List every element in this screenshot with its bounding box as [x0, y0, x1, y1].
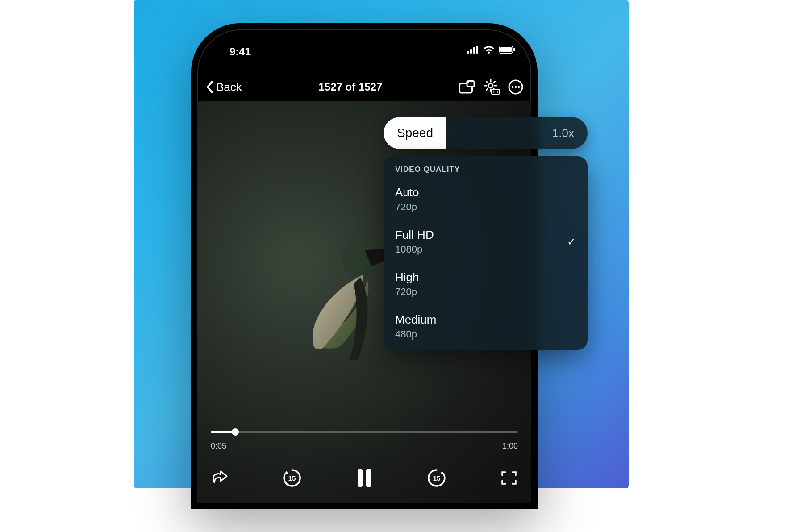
svg-rect-26: [366, 469, 371, 487]
svg-point-22: [515, 86, 517, 88]
wifi-icon: [483, 46, 495, 54]
backdrop: 9:41 Back 1527 of 1527: [134, 0, 629, 488]
svg-line-16: [494, 82, 495, 83]
duration: 1:00: [502, 441, 518, 451]
speed-label-chip: Speed: [384, 117, 446, 149]
back-label: Back: [216, 80, 242, 94]
video-quality-menu: VIDEO QUALITY Auto720pFull HD1080p✓High7…: [384, 156, 588, 350]
page-counter: 1527 of 1527: [319, 81, 383, 93]
quality-option-sub: 480p: [395, 328, 436, 340]
share-icon: [211, 469, 229, 487]
scrubber-track: [211, 431, 518, 433]
quality-option-title: Full HD: [395, 228, 434, 242]
check-icon: ✓: [567, 236, 576, 248]
svg-point-9: [488, 83, 493, 88]
quality-option-auto[interactable]: Auto720p: [384, 180, 588, 223]
quality-option-title: Medium: [395, 313, 436, 327]
scrubber-thumb[interactable]: [232, 428, 239, 436]
status-indicators: [467, 46, 515, 54]
svg-point-21: [512, 86, 514, 88]
svg-line-17: [487, 89, 488, 90]
battery-icon: [499, 46, 515, 54]
quality-option-title: High: [395, 270, 419, 284]
skip-forward-button[interactable]: 15: [426, 467, 447, 489]
svg-text:15: 15: [433, 474, 441, 482]
svg-text:15: 15: [288, 474, 296, 482]
video-quality-header: VIDEO QUALITY: [384, 156, 588, 180]
pause-button[interactable]: [355, 468, 373, 488]
svg-line-14: [487, 82, 488, 83]
svg-rect-25: [358, 469, 363, 487]
nav-bar: Back 1527 of 1527 HD: [197, 73, 531, 101]
quality-option-sub: 720p: [395, 286, 419, 298]
status-time: 9:41: [229, 46, 251, 58]
svg-text:HD: HD: [493, 90, 498, 94]
quality-option-sub: 1080p: [395, 244, 434, 255]
skip-forward-15-icon: 15: [426, 467, 447, 489]
pause-icon: [355, 468, 373, 488]
svg-rect-3: [476, 46, 478, 54]
speed-value: 1.0x: [552, 126, 588, 140]
time-labels: 0:05 1:00: [211, 441, 518, 451]
skip-back-15-icon: 15: [281, 467, 303, 489]
pip-button[interactable]: [459, 80, 475, 94]
svg-rect-6: [513, 48, 515, 51]
more-button[interactable]: [508, 79, 523, 95]
dynamic-island: [322, 38, 407, 60]
speed-control[interactable]: Speed 1.0x: [384, 117, 588, 149]
svg-rect-2: [473, 47, 475, 54]
quality-option-medium[interactable]: Medium480p: [384, 308, 588, 350]
cellular-icon: [467, 46, 479, 54]
quality-option-sub: 720p: [395, 201, 419, 213]
back-button[interactable]: Back: [205, 80, 242, 94]
quality-option-title: Auto: [395, 186, 419, 200]
current-time: 0:05: [211, 441, 226, 451]
fullscreen-icon: [500, 469, 518, 487]
chevron-left-icon: [205, 80, 214, 94]
svg-point-23: [518, 86, 520, 88]
scrubber[interactable]: [211, 428, 518, 436]
skip-back-button[interactable]: 15: [281, 467, 303, 489]
share-button[interactable]: [211, 469, 229, 487]
quality-option-full-hd[interactable]: Full HD1080p✓: [384, 223, 588, 265]
settings-quality-button[interactable]: HD: [483, 79, 500, 95]
more-icon: [508, 79, 523, 95]
svg-rect-1: [470, 49, 472, 54]
gear-hd-icon: HD: [483, 79, 500, 95]
quality-option-high[interactable]: High720p: [384, 265, 588, 308]
svg-rect-5: [500, 47, 512, 52]
fullscreen-button[interactable]: [500, 469, 518, 487]
pip-icon: [459, 80, 475, 94]
svg-rect-0: [467, 51, 469, 54]
